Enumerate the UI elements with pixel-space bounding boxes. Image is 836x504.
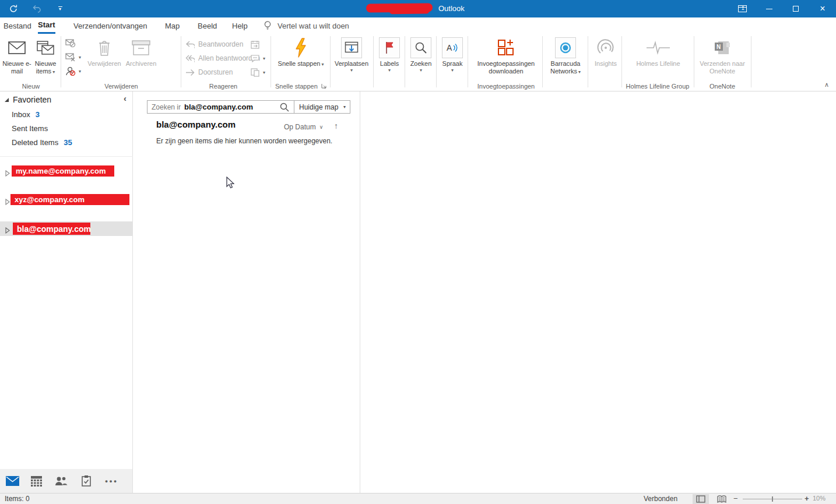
navigation-bar: ••• xyxy=(0,469,132,493)
minimize-button[interactable] xyxy=(756,0,782,17)
im-button[interactable]: ▾ xyxy=(251,54,265,63)
nav-people-button[interactable] xyxy=(48,477,73,486)
reply-all-button[interactable]: Allen beantwoorden xyxy=(185,54,260,63)
zoom-in-button[interactable]: + xyxy=(805,494,809,503)
zoom-out-button[interactable]: − xyxy=(733,494,738,503)
item-count: 35 xyxy=(64,138,72,147)
send-to-onenote-button[interactable]: N Verzenden naar OneNote xyxy=(695,37,750,75)
dropdown-arrow-icon: ▾ xyxy=(343,104,346,110)
collapsed-triangle-icon[interactable] xyxy=(5,225,10,236)
maximize-button[interactable] xyxy=(782,0,809,17)
cleanup-icon xyxy=(65,53,76,61)
folder-deleted-items[interactable]: Deleted Items35 xyxy=(12,138,72,147)
lightbulb-icon xyxy=(264,20,272,31)
delete-button[interactable]: Verwijderen xyxy=(86,37,122,68)
unread-count: 3 xyxy=(36,110,40,119)
nav-tasks-button[interactable] xyxy=(73,475,99,487)
archive-icon xyxy=(131,40,151,56)
dropdown-arrow-icon: ▾ xyxy=(79,69,81,74)
zoom-level-label[interactable]: 10% xyxy=(813,495,826,502)
quick-steps-button[interactable]: Snelle stappen▾ xyxy=(275,37,326,68)
close-icon: × xyxy=(820,4,825,13)
meeting-button[interactable] xyxy=(251,40,265,49)
sort-direction-button[interactable]: ↑ xyxy=(334,121,338,131)
tab-beeld[interactable]: Beeld xyxy=(198,17,217,34)
nav-calendar-button[interactable] xyxy=(24,476,48,487)
move-button[interactable]: Verplaatsen ▾ xyxy=(332,37,371,73)
reading-pane xyxy=(360,91,836,493)
people-icon xyxy=(55,477,68,486)
folder-inbox[interactable]: Inbox3 xyxy=(12,110,40,119)
folder-sent-items[interactable]: Sent Items xyxy=(12,124,53,133)
collapsed-triangle-icon[interactable] xyxy=(5,197,10,207)
send-receive-button[interactable] xyxy=(7,2,20,15)
collapsed-triangle-icon[interactable] xyxy=(5,168,10,179)
reply-icon xyxy=(185,41,195,48)
search-scope-dropdown[interactable]: Huidige map ▾ xyxy=(294,101,350,113)
group-separator xyxy=(751,36,751,87)
get-addins-button[interactable]: Invoegtoepassingen downloaden xyxy=(472,37,540,75)
group-separator xyxy=(694,36,694,87)
connection-status-label: Verbonden xyxy=(644,495,677,503)
expanded-triangle-icon xyxy=(5,98,9,102)
tab-verzenden-ontvangen[interactable]: Verzenden/ontvangen xyxy=(73,17,147,34)
ellipsis-icon: ••• xyxy=(105,477,118,485)
group-label-onenote: OneNote xyxy=(695,83,750,90)
tab-help[interactable]: Help xyxy=(232,17,248,34)
dropdown-arrow-icon: ▾ xyxy=(451,68,454,73)
sort-dropdown[interactable]: Op Datum ∨ xyxy=(284,123,323,131)
zoom-slider-thumb[interactable] xyxy=(772,496,773,502)
ignore-button[interactable] xyxy=(65,38,81,48)
tags-button[interactable]: Labels ▾ xyxy=(376,37,403,73)
account-row[interactable]: xyz@company.com xyxy=(0,194,133,207)
reading-view-button[interactable] xyxy=(714,494,730,504)
normal-view-button[interactable] xyxy=(693,494,709,504)
customize-qat-button[interactable]: ▾ xyxy=(54,2,66,15)
read-aloud-icon: A xyxy=(445,42,459,54)
ribbon-display-options-button[interactable] xyxy=(729,0,756,17)
tab-bestand[interactable]: Bestand xyxy=(3,17,31,34)
tab-map[interactable]: Map xyxy=(165,17,180,34)
archive-button[interactable]: Archiveren xyxy=(122,37,160,68)
tab-start[interactable]: Start xyxy=(38,17,55,34)
new-items-button[interactable]: Nieuwe items▾ xyxy=(31,37,59,76)
window-controls: × xyxy=(729,0,836,17)
favorites-header[interactable]: Favorieten xyxy=(5,95,51,104)
insights-button[interactable]: Insights xyxy=(590,37,621,68)
move-folder-icon xyxy=(345,41,359,54)
group-label-nieuw: Nieuw xyxy=(2,83,59,90)
search-input[interactable]: Zoeken ir bla@company.com xyxy=(147,101,294,113)
holmes-lifeline-button[interactable]: Holmes Lifeline xyxy=(625,37,691,68)
account-row-selected[interactable]: bla@company.com xyxy=(0,221,133,236)
new-email-button[interactable]: Nieuwe e-mail xyxy=(2,37,31,75)
group-separator xyxy=(468,36,468,87)
more-respond-button[interactable]: ▾ xyxy=(251,68,265,77)
forward-icon xyxy=(185,69,195,76)
tell-me-box[interactable]: Vertel wat u wilt doen xyxy=(264,17,349,34)
redaction-titlebar xyxy=(366,3,433,12)
redacted-account-name: bla@company.com xyxy=(13,223,90,235)
nav-more-button[interactable]: ••• xyxy=(99,477,125,485)
undo-button[interactable] xyxy=(30,2,43,15)
junk-button[interactable]: ▾ xyxy=(65,66,81,76)
nav-mail-button[interactable] xyxy=(0,476,24,486)
barracuda-button[interactable]: Barracuda Networks▾ xyxy=(545,37,586,76)
cleanup-button[interactable]: ▾ xyxy=(65,52,81,62)
junk-icon xyxy=(65,66,76,76)
find-button[interactable]: Zoeken ▾ xyxy=(408,37,434,73)
ribbon-tab-row: Bestand Start Verzenden/ontvangen Map Be… xyxy=(0,17,836,34)
speech-button[interactable]: A Spraak ▾ xyxy=(439,37,466,73)
reply-button[interactable]: Beantwoorden xyxy=(185,40,260,49)
minimize-folder-pane-button[interactable]: ‹ xyxy=(124,93,127,103)
close-button[interactable]: × xyxy=(809,0,836,17)
ribbon: Nieuwe e-mail Nieuwe items▾ Nieuw xyxy=(0,34,836,91)
collapse-ribbon-button[interactable]: ∧ xyxy=(824,81,829,89)
group-separator xyxy=(181,36,181,87)
forward-button[interactable]: Doorsturen xyxy=(185,68,260,77)
group-separator xyxy=(271,36,271,87)
mouse-cursor xyxy=(226,177,234,191)
account-row[interactable]: my.name@company.com xyxy=(0,165,133,178)
quick-access-toolbar: ▾ xyxy=(7,0,66,17)
dialog-launcher-icon[interactable] xyxy=(321,83,326,90)
new-items-icon xyxy=(36,40,55,55)
